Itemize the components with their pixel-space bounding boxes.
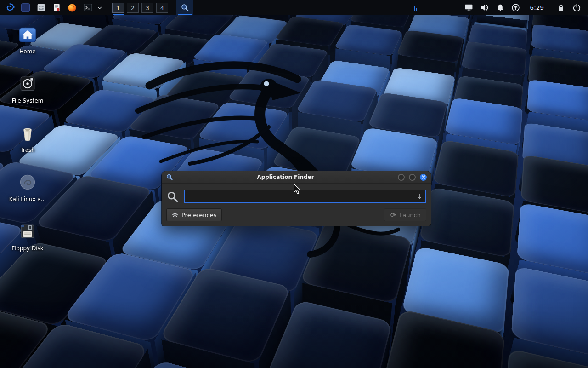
search-icon xyxy=(166,190,179,203)
launch-label: Launch xyxy=(399,212,421,218)
panel-separator xyxy=(107,4,107,12)
desktop-icon-kali-linux[interactable]: Kali Linux a... xyxy=(6,172,50,217)
top-panel: 1 2 3 4 xyxy=(0,0,588,15)
entry-dropdown-arrow[interactable]: ↓ xyxy=(414,190,425,202)
wallpaper-cube xyxy=(527,79,588,122)
search-entry: ↓ xyxy=(184,190,426,203)
bell-icon xyxy=(496,4,504,12)
update-arrow-icon xyxy=(511,3,520,12)
preferences-button[interactable]: Preferences xyxy=(166,208,222,221)
clock[interactable]: 6:29 xyxy=(524,4,550,11)
desktop-icon-label: Home xyxy=(19,48,35,55)
updates-tray-icon[interactable] xyxy=(508,0,524,15)
window-magnifier-icon xyxy=(166,173,173,181)
kali-dragon-logo xyxy=(117,21,425,279)
app-finder-taskbar-icon xyxy=(181,3,189,12)
workspace-3-label: 3 xyxy=(141,3,153,13)
window-titlebar[interactable]: Application Finder xyxy=(162,171,431,184)
panel-separator xyxy=(173,4,173,12)
workspace-1-label: 1 xyxy=(112,3,124,13)
application-finder-window: Application Finder ↓ xyxy=(162,171,431,226)
lock-icon xyxy=(557,4,565,12)
pinned-app-icon xyxy=(21,3,30,12)
close-icon xyxy=(422,175,425,179)
speaker-icon xyxy=(480,3,489,12)
launcher-firefox[interactable] xyxy=(64,0,80,15)
desktop-icon-label: Floppy Disk xyxy=(11,245,44,252)
notifications-tray-icon[interactable] xyxy=(492,0,508,15)
workspace-2[interactable]: 2 xyxy=(125,0,140,15)
taskbar-application-finder[interactable] xyxy=(176,0,193,15)
kali-menu-button[interactable] xyxy=(2,0,17,15)
chevron-down-icon xyxy=(97,5,102,11)
hard-disk-icon xyxy=(17,73,38,94)
launcher-pinned-app[interactable] xyxy=(17,0,33,15)
launcher-file-manager[interactable] xyxy=(33,0,49,15)
floppy-disk-icon xyxy=(17,221,38,242)
launcher-terminal[interactable] xyxy=(80,0,96,15)
workspace-2-label: 2 xyxy=(127,3,139,13)
workspace-4-label: 4 xyxy=(156,3,168,13)
button-row: Preferences Launch xyxy=(166,208,426,221)
desktop-icon-label: File System xyxy=(12,98,44,104)
panel-right: 6:29 xyxy=(414,0,586,15)
desktop-icon-trash[interactable]: Trash xyxy=(6,122,50,167)
window-controls xyxy=(398,174,427,181)
desktop-icon-label: Kali Linux a... xyxy=(9,196,46,202)
close-button[interactable] xyxy=(420,174,427,181)
trash-bin-icon xyxy=(17,122,38,144)
terminal-dropdown-button[interactable] xyxy=(96,0,104,15)
kali-logo-icon xyxy=(4,2,16,13)
kali-docs-icon xyxy=(17,172,38,193)
desktop-icon-floppy-disk[interactable]: Floppy Disk xyxy=(6,221,50,266)
launch-icon xyxy=(390,212,396,218)
display-settings-tray-icon[interactable] xyxy=(461,0,477,15)
preferences-label: Preferences xyxy=(181,212,216,218)
file-manager-icon xyxy=(36,3,46,12)
maximize-button[interactable] xyxy=(409,174,416,181)
workspace-3[interactable]: 3 xyxy=(140,0,155,15)
desktop-icon-home[interactable]: Home xyxy=(6,24,50,69)
power-icon xyxy=(572,3,581,12)
volume-tray-icon[interactable] xyxy=(477,0,492,15)
session-controls xyxy=(553,3,584,12)
desktop-icon-file-system[interactable]: File System xyxy=(6,73,50,118)
workspace-4[interactable]: 4 xyxy=(155,0,170,15)
display-icon xyxy=(464,3,473,12)
text-caret xyxy=(191,192,191,200)
workspace-1[interactable]: 1 xyxy=(111,0,125,15)
firefox-icon xyxy=(67,3,77,13)
window-title: Application Finder xyxy=(177,174,394,180)
launch-button[interactable]: Launch xyxy=(384,208,426,221)
terminal-icon xyxy=(83,3,93,12)
wallpaper-cube xyxy=(511,266,588,362)
mouse-cursor xyxy=(292,183,301,195)
home-folder-icon xyxy=(17,24,38,45)
desktop-icon-label: Trash xyxy=(20,147,35,153)
logout-button[interactable] xyxy=(569,3,584,12)
panel-left: 1 2 3 4 xyxy=(2,0,193,15)
launcher-text-editor[interactable] xyxy=(49,0,64,15)
minimize-button[interactable] xyxy=(398,174,405,181)
wallpaper-cube xyxy=(517,203,588,279)
text-editor-icon xyxy=(52,3,62,12)
system-load-graph[interactable] xyxy=(414,5,417,11)
load-bar xyxy=(416,8,417,11)
lock-screen-button[interactable] xyxy=(553,4,569,12)
gear-icon xyxy=(172,212,178,218)
load-bar xyxy=(414,6,415,11)
